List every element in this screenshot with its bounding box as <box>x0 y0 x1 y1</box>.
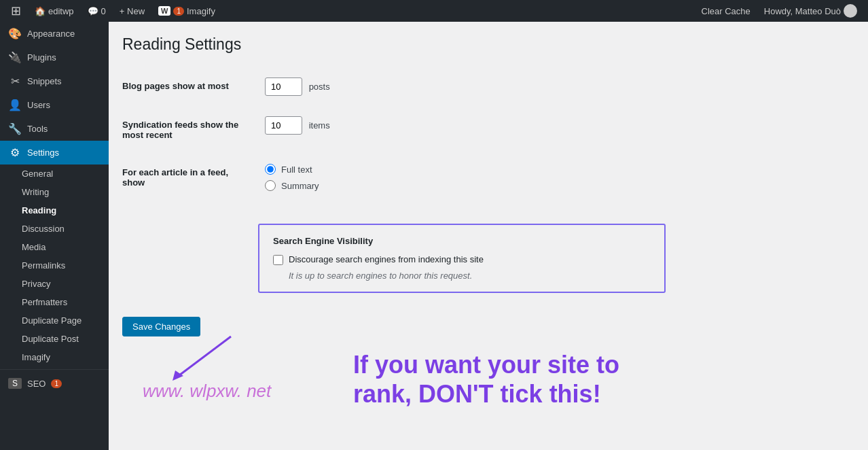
blog-pages-input[interactable] <box>265 77 302 96</box>
sev-checkbox-label[interactable]: Discourage search engines from indexing … <box>289 254 484 264</box>
imagify-button[interactable]: W 1 Imagify <box>153 0 221 22</box>
submenu-label-media: Media <box>22 242 46 252</box>
submenu-item-privacy[interactable]: Privacy <box>0 275 109 293</box>
new-label: + New <box>120 6 145 16</box>
sidebar-item-settings[interactable]: ⚙ Settings <box>0 141 109 165</box>
submenu-label-discussion: Discussion <box>22 224 65 234</box>
imagify-icon: W <box>158 6 170 16</box>
submenu-item-discussion[interactable]: Discussion <box>0 220 109 238</box>
annotation-url: www. wlpxw. net <box>143 381 271 402</box>
sev-table-label <box>122 207 258 317</box>
site-home-icon: 🏠 <box>35 6 46 16</box>
submenu-item-perfmatters[interactable]: Perfmatters <box>0 293 109 311</box>
sidebar-item-appearance[interactable]: 🎨 Appearance <box>0 22 109 46</box>
submenu-item-imagify[interactable]: Imagify <box>0 348 109 366</box>
howdy-button[interactable]: Howdy, Matteo Duò <box>759 0 863 22</box>
submenu-item-general[interactable]: General <box>0 165 109 183</box>
sidebar-item-tools[interactable]: 🔧 Tools <box>0 117 109 141</box>
seo-icon: S <box>8 378 22 389</box>
submenu-label-general: General <box>22 169 53 179</box>
wp-logo-button[interactable]: ⊞ <box>5 0 26 22</box>
svg-marker-1 <box>173 370 183 381</box>
article-feed-row: For each article in a feed, show Full te… <box>122 154 734 207</box>
syndication-label: Syndication feeds show the most recent <box>122 106 258 154</box>
wp-logo-icon: ⊞ <box>11 3 21 18</box>
submenu-label-permalinks: Permalinks <box>22 260 65 271</box>
sidebar-item-label-snippets: Snippets <box>27 76 62 86</box>
syndication-unit: items <box>309 120 330 131</box>
full-text-label[interactable]: Full text <box>281 165 312 175</box>
comments-icon: 💬 <box>88 6 98 16</box>
sev-checkbox[interactable] <box>273 255 283 265</box>
submenu-label-duplicate-post: Duplicate Post <box>22 334 79 344</box>
submenu-label-privacy: Privacy <box>22 279 51 289</box>
annotation-overlay: www. wlpxw. net If you want your site to… <box>122 343 734 450</box>
sev-box: Search Engine Visibility Discourage sear… <box>258 224 666 293</box>
sidebar-item-label-tools: Tools <box>27 124 48 134</box>
avatar <box>844 4 857 18</box>
sev-row: Search Engine Visibility Discourage sear… <box>122 207 734 317</box>
new-content-button[interactable]: + New <box>114 0 150 22</box>
sidebar-item-users[interactable]: 👤 Users <box>0 93 109 117</box>
sidebar-item-snippets[interactable]: ✂ Snippets <box>0 69 109 93</box>
clear-cache-label: Clear Cache <box>702 6 751 16</box>
submenu-item-writing[interactable]: Writing <box>0 183 109 201</box>
seo-badge: 1 <box>51 379 62 388</box>
admin-bar: ⊞ 🏠 editwp 💬 0 + New W 1 Imagify Clear C… <box>0 0 868 22</box>
summary-label[interactable]: Summary <box>281 181 319 191</box>
settings-icon: ⚙ <box>8 146 22 159</box>
blog-pages-unit: posts <box>309 82 330 92</box>
sev-checkbox-row: Discourage search engines from indexing … <box>273 254 651 265</box>
imagify-badge: 1 <box>173 7 184 16</box>
full-text-option: Full text <box>265 164 727 175</box>
page-title: Reading Settings <box>122 35 734 54</box>
snippets-icon: ✂ <box>8 75 22 88</box>
submenu-item-duplicate-page[interactable]: Duplicate Page <box>0 311 109 330</box>
submenu-item-reading[interactable]: Reading <box>0 201 109 220</box>
sev-note: It is up to search engines to honor this… <box>289 271 651 281</box>
blog-pages-label: Blog pages show at most <box>122 67 258 106</box>
submenu-item-duplicate-post[interactable]: Duplicate Post <box>0 330 109 348</box>
imagify-label: Imagify <box>187 6 215 16</box>
settings-form-table: Blog pages show at most posts Syndicatio… <box>122 67 734 317</box>
sidebar-item-label-seo: SEO <box>27 379 46 389</box>
submenu-label-writing: Writing <box>22 187 49 197</box>
sidebar-item-plugins[interactable]: 🔌 Plugins <box>0 46 109 69</box>
sidebar: 🎨 Appearance 🔌 Plugins ✂ Snippets 👤 User… <box>0 22 109 450</box>
tools-icon: 🔧 <box>8 122 22 135</box>
submenu-label-perfmatters: Perfmatters <box>22 297 67 307</box>
summary-option: Summary <box>265 180 727 191</box>
sidebar-item-label-plugins: Plugins <box>27 52 56 63</box>
article-feed-label: For each article in a feed, show <box>122 154 258 207</box>
submenu-item-media[interactable]: Media <box>0 238 109 256</box>
full-text-radio[interactable] <box>265 164 276 175</box>
sev-title: Search Engine Visibility <box>273 236 651 246</box>
howdy-label: Howdy, Matteo Duò <box>764 6 841 16</box>
site-name-label: editwp <box>48 6 74 16</box>
sidebar-item-label-users: Users <box>27 100 50 110</box>
sidebar-item-seo[interactable]: S SEO 1 <box>0 373 109 394</box>
active-arrow <box>109 148 114 158</box>
sidebar-item-label-settings: Settings <box>27 148 59 158</box>
svg-line-0 <box>177 336 231 377</box>
comments-count: 0 <box>101 6 106 16</box>
comments-button[interactable]: 💬 0 <box>82 0 111 22</box>
blog-pages-row: Blog pages show at most posts <box>122 67 734 106</box>
users-icon: 👤 <box>8 99 22 111</box>
main-content: Reading Settings Blog pages show at most… <box>109 22 868 450</box>
summary-radio[interactable] <box>265 180 276 191</box>
submenu-item-permalinks[interactable]: Permalinks <box>0 256 109 275</box>
syndication-input[interactable] <box>265 116 302 135</box>
annotation-warning: If you want your site to rank, DON'T tic… <box>353 350 619 409</box>
appearance-icon: 🎨 <box>8 27 22 40</box>
clear-cache-button[interactable]: Clear Cache <box>696 0 756 22</box>
annotation-arrow <box>163 330 245 384</box>
submenu-label-imagify: Imagify <box>22 352 50 362</box>
submenu-label-reading: Reading <box>22 205 56 215</box>
sidebar-item-label-appearance: Appearance <box>27 29 75 39</box>
syndication-row: Syndication feeds show the most recent i… <box>122 106 734 154</box>
site-name-button[interactable]: 🏠 editwp <box>29 0 79 22</box>
plugins-icon: 🔌 <box>8 51 22 64</box>
submenu-label-duplicate-page: Duplicate Page <box>22 315 82 326</box>
